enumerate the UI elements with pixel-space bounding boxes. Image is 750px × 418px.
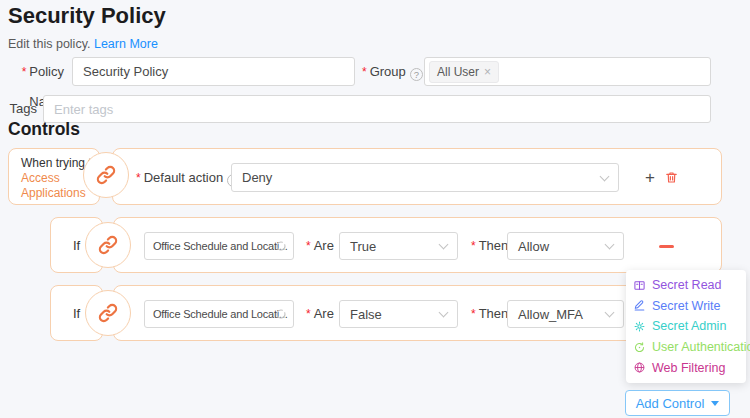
login-icon — [633, 341, 646, 354]
menu-item-secret-admin[interactable]: Secret Admin — [626, 316, 746, 337]
chevron-down-icon — [439, 240, 449, 250]
group-label: *Group? — [362, 57, 423, 87]
then-label: *Then — [471, 218, 508, 274]
web-icon — [633, 361, 646, 374]
then-value: Allow_MFA — [518, 307, 583, 322]
required-marker: * — [136, 171, 141, 185]
chevron-down-icon — [600, 171, 610, 181]
tags-input[interactable] — [43, 95, 711, 123]
chevron-down-icon — [605, 240, 615, 250]
menu-item-label: Secret Admin — [652, 319, 726, 333]
default-action-select[interactable]: Deny — [231, 163, 619, 192]
chain-link-icon — [95, 164, 117, 186]
menu-item-label: Web Filtering — [652, 361, 725, 375]
condition-select[interactable]: Office Schedule and Locati... — [144, 232, 294, 260]
tag-remove-icon[interactable]: × — [484, 66, 491, 78]
if-label: If — [73, 238, 80, 253]
caret-down-icon — [711, 401, 719, 406]
condition-value: Office Schedule and Locati... — [153, 308, 288, 320]
group-tag: All User × — [429, 61, 499, 83]
controls-heading: Controls — [8, 119, 80, 140]
condition-select[interactable]: Office Schedule and Locati... — [144, 300, 294, 328]
are-label: *Are — [306, 218, 334, 274]
add-control-label: Add Control — [636, 396, 705, 411]
required-marker: * — [362, 65, 367, 79]
required-marker: * — [22, 65, 27, 79]
page-title: Security Policy — [8, 3, 166, 29]
menu-item-secret-read[interactable]: Secret Read — [626, 275, 746, 296]
chain-link-icon — [97, 302, 119, 324]
group-input[interactable]: All User × — [424, 57, 711, 86]
read-icon — [633, 279, 646, 292]
add-rule-button[interactable]: + — [645, 149, 655, 206]
link-circle — [85, 290, 131, 336]
chain-link-icon — [97, 234, 119, 256]
link-circle — [85, 222, 131, 268]
rule-main-box: Office Schedule and Locati... *Are True … — [113, 217, 722, 273]
required-marker: * — [471, 307, 476, 321]
learn-more-link[interactable]: Learn More — [94, 37, 158, 51]
are-label: *Are — [306, 286, 334, 342]
add-control-menu: Secret Read Secret Write Secret Admin Us… — [626, 270, 746, 383]
are-select[interactable]: True — [339, 232, 458, 260]
menu-item-label: Secret Write — [652, 299, 721, 313]
menu-item-label: User Authentication — [652, 340, 750, 354]
then-label: *Then — [471, 286, 508, 342]
default-action-value: Deny — [242, 170, 272, 185]
required-marker: * — [471, 239, 476, 253]
chevron-down-icon — [605, 308, 615, 318]
menu-item-user-authentication[interactable]: User Authentication — [626, 337, 746, 358]
add-control-button[interactable]: Add Control — [625, 390, 730, 416]
are-value: False — [350, 307, 382, 322]
required-marker: * — [306, 307, 311, 321]
question-circle-icon[interactable]: ? — [410, 68, 423, 81]
menu-item-web-filtering[interactable]: Web Filtering — [626, 357, 746, 378]
delete-control-icon[interactable] — [664, 170, 679, 185]
edit-icon — [633, 299, 646, 312]
then-select[interactable]: Allow_MFA — [507, 300, 624, 328]
if-label: If — [73, 306, 80, 321]
are-value: True — [350, 239, 376, 254]
sync-icon[interactable] — [275, 308, 287, 320]
condition-value: Office Schedule and Locati... — [153, 240, 288, 252]
then-select[interactable]: Allow — [507, 232, 624, 260]
policy-name-input[interactable] — [72, 57, 355, 86]
default-action-label: *Default action? — [136, 149, 240, 207]
subtitle-text: Edit this policy. — [8, 37, 90, 51]
chevron-down-icon — [439, 308, 449, 318]
page-subtitle: Edit this policy. Learn More — [8, 37, 158, 51]
are-select[interactable]: False — [339, 300, 458, 328]
sync-icon[interactable] — [275, 240, 287, 252]
then-value: Allow — [518, 239, 549, 254]
remove-rule-icon[interactable] — [659, 245, 674, 248]
link-circle — [83, 152, 129, 198]
menu-item-label: Secret Read — [652, 278, 721, 292]
gear-icon — [633, 320, 646, 333]
required-marker: * — [306, 239, 311, 253]
menu-item-secret-write[interactable]: Secret Write — [626, 296, 746, 317]
group-tag-label: All User — [437, 65, 479, 79]
trigger-main-box: *Default action? Deny + — [112, 148, 722, 205]
